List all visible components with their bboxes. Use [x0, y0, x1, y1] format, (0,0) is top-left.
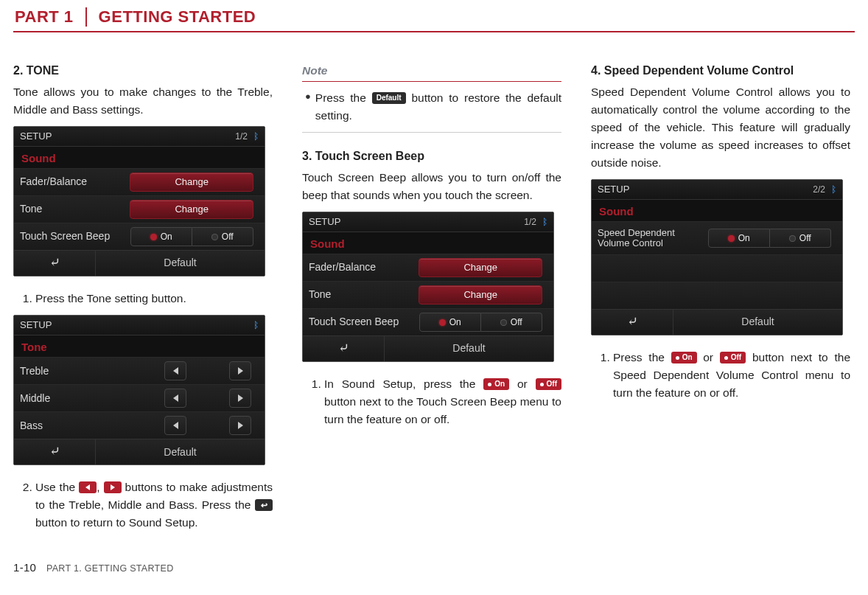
change-button[interactable]: Change	[419, 285, 542, 305]
back-badge	[255, 499, 273, 511]
shot1-subtitle: Sound	[14, 147, 265, 168]
shot3-row-fader[interactable]: Fader/Balance Change	[303, 254, 553, 281]
column-1: 2. TONE Tone allows you to make changes …	[13, 62, 273, 539]
shot1-title: SETUP	[20, 129, 52, 144]
shot4-pagecount: 2/2	[813, 183, 825, 197]
bluetooth-icon: ᛒ	[542, 215, 547, 229]
header-title: GETTING STARTED	[87, 7, 256, 27]
screenshot-sound-beep: SETUP 1/2 ᛒ Sound Fader/Balance Change T…	[302, 212, 554, 362]
on-button[interactable]: On	[130, 227, 192, 246]
shot4-row-empty	[592, 254, 842, 282]
shot3-subtitle: Sound	[303, 232, 553, 254]
back-button[interactable]: ⤶	[303, 336, 385, 361]
change-button[interactable]: Change	[419, 258, 542, 277]
triangle-right-icon	[238, 394, 243, 402]
change-button[interactable]: Change	[130, 173, 253, 192]
shot4-subtitle: Sound	[592, 200, 842, 221]
shot3-pagecount: 1/2	[524, 215, 536, 229]
shot1-pagecount: 1/2	[235, 130, 248, 144]
shot4-title: SETUP	[598, 182, 629, 197]
decrease-button[interactable]	[164, 389, 186, 408]
radio-on-icon	[439, 319, 446, 326]
off-button[interactable]: Off	[770, 229, 831, 248]
page-header: PART 1 GETTING STARTED	[13, 7, 855, 32]
shot1-row-fader[interactable]: Fader/Balance Change	[14, 168, 265, 195]
shot1-row-tone[interactable]: Tone Change	[14, 195, 265, 223]
shot4-titlebar: SETUP 2/2 ᛒ	[592, 180, 842, 200]
shot1-row-beep[interactable]: Touch Screen Beep On Off	[14, 223, 265, 250]
column-2: Note ● Press the Default button to resto…	[302, 62, 561, 539]
increase-button[interactable]	[229, 361, 251, 380]
beep-desc: Touch Screen Beep allows you to turn on/…	[302, 169, 561, 204]
col2-step1: In Sound Setup, press the On or Off butt…	[324, 375, 561, 428]
shot2-title: SETUP	[20, 318, 52, 333]
back-button[interactable]: ⤶	[14, 251, 96, 276]
default-button[interactable]: Default	[385, 341, 553, 357]
triangle-right-icon	[238, 422, 243, 429]
shot1-beep-label: Touch Screen Beep	[20, 229, 125, 245]
triangle-left-icon	[173, 367, 178, 375]
middle-label: Middle	[20, 391, 122, 407]
bluetooth-icon: ᛒ	[253, 319, 259, 333]
page-footer: 1-10 PART 1. GETTING STARTED	[13, 561, 855, 574]
shot3-row-beep[interactable]: Touch Screen Beep On Off	[303, 308, 553, 335]
triangle-left-icon	[173, 394, 178, 402]
shot2-row-bass: Bass	[14, 411, 265, 439]
bluetooth-icon: ᛒ	[831, 183, 836, 197]
tone-desc: Tone allows you to make changes to the T…	[13, 83, 273, 119]
bullet-icon: ●	[305, 89, 311, 125]
screenshot-sdvc: SETUP 2/2 ᛒ Sound Speed Dependent Volume…	[591, 179, 843, 335]
off-button[interactable]: Off	[481, 313, 542, 332]
decrease-button[interactable]	[164, 416, 186, 435]
on-button[interactable]: On	[708, 229, 770, 248]
triangle-right-icon	[238, 367, 243, 375]
radio-off-icon	[500, 319, 507, 326]
increase-button[interactable]	[229, 416, 251, 435]
column-3: 4. Speed Dependent Volume Control Speed …	[591, 62, 850, 539]
decrease-button[interactable]	[164, 361, 186, 380]
shot4-row-sdvc[interactable]: Speed Dependent Volume Control On Off	[592, 221, 842, 254]
shot2-subtitle: Tone	[14, 335, 265, 357]
back-button[interactable]: ⤶	[592, 310, 673, 335]
off-badge: Off	[536, 378, 561, 390]
radio-off-icon	[789, 235, 796, 242]
shot3-titlebar: SETUP 1/2 ᛒ	[303, 212, 553, 232]
col1-step1: Press the Tone setting button.	[35, 290, 273, 307]
default-badge: Default	[372, 92, 406, 104]
change-button[interactable]: Change	[130, 200, 253, 219]
shot2-row-treble: Treble	[14, 357, 265, 384]
left-arrow-badge	[79, 481, 97, 493]
default-button[interactable]: Default	[673, 314, 842, 330]
shot1-fader-label: Fader/Balance	[20, 174, 125, 190]
header-part: PART 1	[13, 7, 87, 27]
bass-label: Bass	[20, 418, 122, 434]
beep-heading: 3. Touch Screen Beep	[302, 147, 561, 166]
shot1-tone-label: Tone	[20, 201, 125, 218]
on-button[interactable]: On	[419, 313, 481, 332]
shot2-row-middle: Middle	[14, 384, 265, 411]
note-label: Note	[302, 62, 561, 82]
default-button[interactable]: Default	[96, 445, 265, 461]
screenshot-sound-tone: SETUP 1/2 ᛒ Sound Fader/Balance Change T…	[13, 126, 265, 276]
sdvc-desc: Speed Dependent Volume Control allows yo…	[591, 83, 850, 172]
right-arrow-badge	[104, 481, 122, 493]
note-item: ● Press the Default button to restore th…	[302, 89, 561, 133]
screenshot-tone-adjust: SETUP ᛒ Tone Treble Middle	[13, 315, 265, 465]
off-badge: Off	[720, 352, 746, 363]
col1-step2: Use the , buttons to make adjustments to…	[35, 479, 273, 532]
radio-on-icon	[150, 234, 157, 240]
page-number: 1-10	[13, 561, 36, 574]
off-button[interactable]: Off	[192, 227, 253, 246]
shot2-titlebar: SETUP ᛒ	[14, 316, 265, 335]
radio-off-icon	[211, 234, 218, 240]
shot3-row-tone[interactable]: Tone Change	[303, 281, 553, 308]
footer-label: PART 1. GETTING STARTED	[46, 563, 173, 574]
increase-button[interactable]	[229, 389, 251, 408]
tone-heading: 2. TONE	[13, 62, 273, 80]
default-button[interactable]: Default	[96, 255, 265, 271]
shot4-row-empty2	[592, 282, 842, 309]
shot1-titlebar: SETUP 1/2 ᛒ	[14, 127, 265, 147]
on-badge: On	[483, 378, 509, 390]
back-button[interactable]: ⤶	[14, 439, 96, 464]
bluetooth-icon: ᛒ	[253, 130, 259, 144]
